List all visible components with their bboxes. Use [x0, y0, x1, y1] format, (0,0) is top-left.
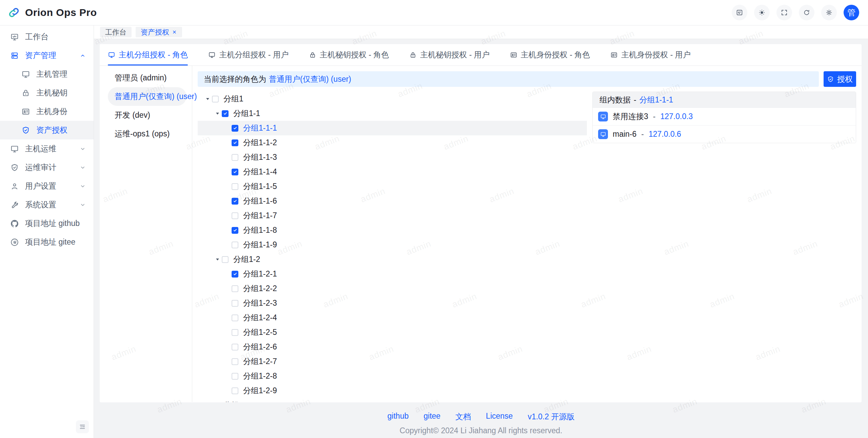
- close-icon[interactable]: [172, 30, 177, 35]
- tree-checkbox-分组1-1-9[interactable]: [232, 242, 238, 248]
- sidebar-item-host-identity[interactable]: 主机身份: [0, 102, 94, 121]
- tree-row-分组1-1-3[interactable]: 分组1-1-3: [198, 150, 587, 165]
- refresh-button[interactable]: [799, 5, 814, 20]
- footer-link-github[interactable]: github: [388, 412, 409, 422]
- tree-checkbox-分组1[interactable]: [212, 96, 219, 102]
- tree-row-分组1-1-7[interactable]: 分组1-1-7: [198, 208, 587, 223]
- tree-node-label: 分组1-1: [233, 108, 260, 119]
- tree-checkbox-分组1-2-9[interactable]: [232, 387, 238, 394]
- tree-checkbox-分组1-1-6[interactable]: [232, 198, 238, 205]
- tree-row-分组1-1-8[interactable]: 分组1-1-8: [198, 223, 587, 237]
- content-tab-label: 主机秘钥授权 - 角色: [320, 50, 389, 60]
- user-avatar[interactable]: 管: [844, 5, 859, 20]
- tree-row-分组1-2-3[interactable]: 分组1-2-3: [198, 296, 587, 310]
- tree-checkbox-分组1-1-2[interactable]: [232, 139, 238, 146]
- tree-node-label: 分组1-2-6: [243, 342, 277, 352]
- sidebar-item-workbench[interactable]: 工作台: [0, 27, 94, 46]
- tree-checkbox-分组1-1-8[interactable]: [232, 227, 238, 234]
- tree-checkbox-分组2[interactable]: [212, 402, 219, 402]
- sidebar-collapse-button[interactable]: [76, 420, 89, 433]
- tree-checkbox-分组1-1-3[interactable]: [232, 154, 238, 161]
- group-panel-group-name: 分组1-1-1: [639, 95, 673, 105]
- tree-row-分组1-1-9[interactable]: 分组1-1-9: [198, 237, 587, 252]
- tree-checkbox-分组1-1-5[interactable]: [232, 183, 238, 190]
- page-tab-资产授权[interactable]: 资产授权: [136, 27, 182, 37]
- tree-checkbox-分组1-1-7[interactable]: [232, 212, 238, 219]
- sidebar-item-host-key[interactable]: 主机秘钥: [0, 83, 94, 102]
- tree-row-分组1[interactable]: 分组1: [198, 92, 587, 106]
- tree-row-分组1-1[interactable]: 分组1-1: [198, 106, 587, 121]
- user-icon: [10, 182, 19, 191]
- tree-row-分组1-2-1[interactable]: 分组1-2-1: [198, 267, 587, 281]
- footer-link-文档[interactable]: 文档: [455, 412, 471, 422]
- caret-down-icon[interactable]: [203, 96, 212, 101]
- host-name: main-6: [613, 130, 636, 139]
- tree-row-分组1-1-5[interactable]: 分组1-1-5: [198, 179, 587, 194]
- sidebar-item-label: 资产授权: [36, 125, 86, 135]
- footer-link-gitee[interactable]: gitee: [423, 412, 440, 422]
- tree-checkbox-分组1-2-3[interactable]: [232, 300, 238, 307]
- card-body: 管理员 (admin)普通用户(仅查询) (user)开发 (dev)运维-op…: [100, 66, 862, 402]
- theme-sun-button[interactable]: [754, 5, 770, 20]
- tree-checkbox-分组1-2-7[interactable]: [232, 358, 238, 365]
- role-item-1[interactable]: 普通用户(仅查询) (user): [108, 87, 186, 106]
- tree-row-分组2[interactable]: 分组2: [198, 398, 587, 402]
- sidebar-item-user-settings[interactable]: 用户设置: [0, 177, 94, 195]
- sidebar-item-asset-authorization[interactable]: 资产授权: [0, 121, 94, 139]
- page-tab-工作台[interactable]: 工作台: [100, 27, 132, 37]
- tree-row-分组1-2-2[interactable]: 分组1-2-2: [198, 281, 587, 296]
- tree-row-分组1-2-7[interactable]: 分组1-2-7: [198, 354, 587, 369]
- tree-checkbox-分组1-2-5[interactable]: [232, 329, 238, 336]
- host-row-1[interactable]: main-6-127.0.0.6: [593, 125, 856, 143]
- footer-link-License[interactable]: License: [486, 412, 513, 422]
- tree-checkbox-分组1-2-2[interactable]: [232, 285, 238, 292]
- tree-checkbox-分组1-1-1[interactable]: [232, 125, 238, 132]
- sidebar-item-asset-management[interactable]: 资产管理: [0, 46, 94, 65]
- sidebar-item-system-settings[interactable]: 系统设置: [0, 195, 94, 214]
- tree-row-分组1-1-6[interactable]: 分组1-1-6: [198, 194, 587, 208]
- tree-row-分组1-2-4[interactable]: 分组1-2-4: [198, 310, 587, 325]
- tree-checkbox-分组1-2-8[interactable]: [232, 373, 238, 380]
- tree-row-分组1-2-6[interactable]: 分组1-2-6: [198, 340, 587, 354]
- content-tab-0[interactable]: 主机分组授权 - 角色: [108, 44, 188, 65]
- tree-checkbox-分组1-2-4[interactable]: [232, 315, 238, 321]
- tree-checkbox-分组1-2-6[interactable]: [232, 344, 238, 350]
- pane-work-row: 分组1分组1-1分组1-1-1分组1-1-2分组1-1-3分组1-1-4分组1-…: [198, 92, 856, 402]
- tree-row-分组1-1-2[interactable]: 分组1-1-2: [198, 135, 587, 150]
- content-tab-5[interactable]: 主机身份授权 - 用户: [610, 44, 690, 65]
- tree-row-分组1-1-4[interactable]: 分组1-1-4: [198, 165, 587, 179]
- tree-node-label: 分组1-2-3: [243, 298, 277, 308]
- host-row-0[interactable]: 禁用连接3-127.0.0.3: [593, 108, 856, 125]
- content-tab-4[interactable]: 主机身份授权 - 角色: [510, 44, 590, 65]
- role-item-3[interactable]: 运维-ops1 (ops): [108, 125, 186, 143]
- workbench-icon: [10, 33, 19, 41]
- authorize-button[interactable]: 授权: [824, 71, 856, 87]
- tree-row-分组1-2-8[interactable]: 分组1-2-8: [198, 369, 587, 383]
- tree-row-分组1-2[interactable]: 分组1-2: [198, 252, 587, 267]
- fullscreen-button[interactable]: [776, 5, 792, 20]
- sidebar-item-host-management[interactable]: 主机管理: [0, 65, 94, 83]
- tree-checkbox-分组1-2[interactable]: [222, 256, 229, 263]
- tree-checkbox-分组1-1-4[interactable]: [232, 169, 238, 175]
- role-item-2[interactable]: 开发 (dev): [108, 106, 186, 125]
- tree-checkbox-分组1-2-1[interactable]: [232, 271, 238, 278]
- sidebar-item-ops-audit[interactable]: 运维审计: [0, 158, 94, 177]
- content-tab-3[interactable]: 主机秘钥授权 - 用户: [409, 44, 489, 65]
- code-square-button[interactable]: [732, 5, 747, 20]
- sidebar-item-host-ops[interactable]: 主机运维: [0, 139, 94, 158]
- content-tab-1[interactable]: 主机分组授权 - 用户: [208, 44, 288, 65]
- tree-row-分组1-2-5[interactable]: 分组1-2-5: [198, 325, 587, 340]
- tree-checkbox-分组1-1[interactable]: [222, 110, 229, 117]
- sidebar-item-project-github[interactable]: 项目地址 github: [0, 214, 94, 233]
- host-monitor-icon: [598, 129, 608, 139]
- caret-down-icon[interactable]: [213, 257, 222, 262]
- role-item-0[interactable]: 管理员 (admin): [108, 69, 186, 87]
- caret-down-icon[interactable]: [213, 111, 222, 116]
- sidebar-item-project-gitee[interactable]: 项目地址 gitee: [0, 233, 94, 251]
- settings-gear-button[interactable]: [821, 5, 837, 20]
- tree-row-分组1-2-9[interactable]: 分组1-2-9: [198, 383, 587, 398]
- content-tab-2[interactable]: 主机秘钥授权 - 角色: [309, 44, 389, 65]
- footer-link-v1.0.2 开源版[interactable]: v1.0.2 开源版: [528, 412, 574, 422]
- tree-row-分组1-1-1[interactable]: 分组1-1-1: [198, 121, 587, 135]
- alert-role-link[interactable]: 普通用户(仅查询) (user): [269, 74, 351, 84]
